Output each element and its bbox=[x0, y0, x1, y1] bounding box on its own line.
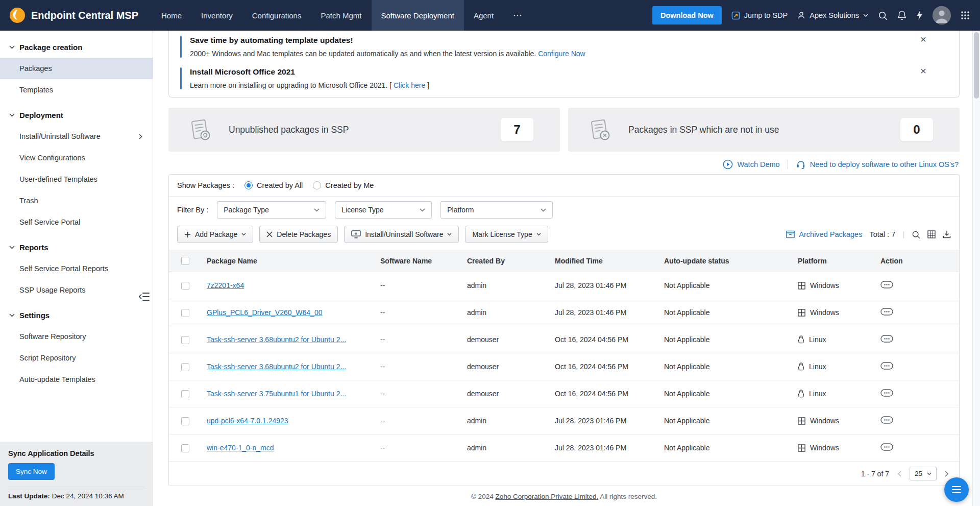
row-checkbox[interactable] bbox=[181, 336, 189, 344]
column-header-package-name[interactable]: Package Name bbox=[202, 250, 375, 272]
column-header-platform[interactable]: Platform bbox=[793, 250, 875, 272]
select-all-checkbox[interactable] bbox=[181, 257, 189, 265]
account-menu[interactable]: Apex Solutions bbox=[797, 11, 868, 19]
next-page-icon[interactable] bbox=[943, 469, 951, 479]
package-name-link[interactable]: GPlus_PCL6_Driver_V260_W64_00 bbox=[207, 308, 322, 317]
delete-packages-button[interactable]: Delete Packages bbox=[259, 226, 338, 243]
sidebar-item-templates[interactable]: Templates bbox=[0, 79, 153, 101]
sidebar-item-packages[interactable]: Packages bbox=[0, 58, 153, 79]
row-checkbox[interactable] bbox=[181, 309, 189, 317]
table-search-icon[interactable] bbox=[912, 230, 920, 239]
column-header-software-name[interactable]: Software Name bbox=[375, 250, 462, 272]
linux-deploy-help-link[interactable]: Need to deploy software to other Linux O… bbox=[796, 159, 959, 170]
archived-packages-link[interactable]: Archived Packages bbox=[786, 230, 862, 238]
banner-title: Save time by automating template updates… bbox=[190, 36, 585, 45]
chevron-down-icon bbox=[863, 14, 868, 17]
row-checkbox[interactable] bbox=[181, 282, 189, 290]
package-name-link[interactable]: upd-pcl6-x64-7.0.1.24923 bbox=[207, 417, 288, 425]
floating-menu-button[interactable] bbox=[944, 477, 969, 502]
package-name-link[interactable]: Task-ssh-server 3.68ubuntu2 for Ubuntu 2… bbox=[207, 335, 346, 344]
zoho-corporation-link[interactable]: Zoho Corporation Private Limited. bbox=[495, 493, 598, 500]
nav-item-home[interactable]: Home bbox=[152, 0, 191, 31]
search-icon[interactable] bbox=[878, 11, 888, 20]
apps-grid-icon[interactable] bbox=[961, 11, 970, 20]
sidebar-item-script-repository[interactable]: Script Repository bbox=[0, 347, 153, 369]
row-checkbox[interactable] bbox=[181, 444, 189, 452]
nav-item-software-deployment[interactable]: Software Deployment bbox=[372, 0, 464, 31]
previous-page-icon[interactable] bbox=[895, 469, 903, 479]
quick-actions-lightning-icon[interactable] bbox=[916, 10, 923, 20]
radio-created-by-all[interactable]: Created by All bbox=[244, 181, 303, 189]
sidebar-item-install-uninstall-software[interactable]: Install/Uninstall Software bbox=[0, 126, 153, 147]
brand[interactable]: Endpoint Central MSP bbox=[0, 0, 152, 31]
sidebar-item-view-configurations[interactable]: View Configurations bbox=[0, 147, 153, 168]
package-name-link[interactable]: 7z2201-x64 bbox=[207, 281, 244, 290]
notifications-bell-icon[interactable] bbox=[897, 10, 906, 20]
row-actions-button[interactable] bbox=[880, 443, 893, 451]
platform-label: Windows bbox=[810, 281, 839, 290]
row-checkbox[interactable] bbox=[181, 417, 189, 425]
created-by-cell: demouser bbox=[462, 353, 550, 380]
click-here-link[interactable]: Click here bbox=[394, 81, 425, 89]
scrollbar-thumb[interactable] bbox=[974, 32, 979, 99]
configure-now-link[interactable]: Configure Now bbox=[538, 50, 585, 58]
radio-icon[interactable] bbox=[244, 181, 253, 189]
package-name-link[interactable]: win-e470-1_0-n_mcd bbox=[207, 444, 274, 452]
nav-item-configurations[interactable]: Configurations bbox=[242, 0, 311, 31]
row-actions-button[interactable] bbox=[880, 362, 893, 370]
sidebar-item-self-service-portal[interactable]: Self Service Portal bbox=[0, 211, 153, 233]
section-header-settings[interactable]: Settings bbox=[0, 305, 153, 326]
install-uninstall-software-button[interactable]: Install/Uninstall Software bbox=[344, 226, 459, 243]
sidebar-item-trash[interactable]: Trash bbox=[0, 190, 153, 211]
license-type-select[interactable]: License Type bbox=[335, 201, 432, 219]
row-checkbox[interactable] bbox=[181, 390, 189, 398]
package-name-link[interactable]: Task-ssh-server 3.68ubuntu2 for Ubuntu 2… bbox=[207, 363, 346, 371]
sidebar-item-ssp-reports[interactable]: Self Service Portal Reports bbox=[0, 258, 153, 279]
close-icon[interactable]: × bbox=[920, 65, 926, 76]
download-now-button[interactable]: Download Now bbox=[652, 6, 722, 25]
export-download-icon[interactable] bbox=[943, 230, 951, 238]
row-actions-button[interactable] bbox=[880, 308, 893, 316]
mark-license-type-button[interactable]: Mark License Type bbox=[465, 226, 548, 243]
linux-deploy-help-label: Need to deploy software to other Linux O… bbox=[810, 160, 959, 168]
package-type-select[interactable]: Package Type bbox=[217, 201, 326, 219]
close-icon[interactable]: × bbox=[920, 34, 926, 44]
sidebar-item-ssp-usage-reports[interactable]: SSP Usage Reports bbox=[0, 279, 153, 301]
page-size-select[interactable]: 25 bbox=[910, 467, 937, 480]
section-header-package-creation[interactable]: Package creation bbox=[0, 37, 153, 58]
created-by-cell: demouser bbox=[462, 380, 550, 407]
nav-item-patch-mgmt[interactable]: Patch Mgmt bbox=[311, 0, 371, 31]
column-header-created-by[interactable]: Created By bbox=[462, 250, 550, 272]
nav-item-agent[interactable]: Agent bbox=[464, 0, 503, 31]
linux-penguin-icon bbox=[798, 335, 804, 344]
nav-item-inventory[interactable]: Inventory bbox=[191, 0, 242, 31]
quick-links-row: Watch Demo Need to deploy software to ot… bbox=[169, 159, 959, 170]
page-scrollbar[interactable] bbox=[972, 31, 980, 506]
sidebar-item-user-defined-templates[interactable]: User-defined Templates bbox=[0, 168, 153, 190]
section-header-reports[interactable]: Reports bbox=[0, 237, 153, 258]
row-actions-button[interactable] bbox=[880, 389, 893, 397]
user-avatar[interactable] bbox=[933, 6, 951, 25]
chevron-down-icon bbox=[241, 233, 246, 236]
row-actions-button[interactable] bbox=[880, 281, 893, 288]
row-actions-button[interactable] bbox=[880, 335, 893, 343]
column-header-auto-update[interactable]: Auto-update status bbox=[659, 250, 793, 272]
platform-select[interactable]: Platform bbox=[440, 201, 553, 219]
sidebar-collapse-icon[interactable] bbox=[139, 292, 150, 301]
radio-created-by-me[interactable]: Created by Me bbox=[313, 181, 374, 189]
sync-now-button[interactable]: Sync Now bbox=[8, 463, 55, 480]
toolbar-row: Add Package Delete Packages Install/Unin… bbox=[169, 223, 959, 250]
watch-demo-link[interactable]: Watch Demo bbox=[723, 159, 779, 170]
sidebar-item-software-repository[interactable]: Software Repository bbox=[0, 326, 153, 347]
package-name-link[interactable]: Task-ssh-server 3.75ubuntu1 for Ubuntu 2… bbox=[207, 390, 346, 398]
radio-icon[interactable] bbox=[313, 181, 321, 189]
jump-to-sdp-link[interactable]: Jump to SDP bbox=[731, 11, 788, 20]
row-checkbox[interactable] bbox=[181, 363, 189, 371]
sidebar-item-auto-update-templates[interactable]: Auto-update Templates bbox=[0, 369, 153, 390]
nav-more-button[interactable]: ⋯ bbox=[503, 0, 533, 31]
column-header-modified-time[interactable]: Modified Time bbox=[550, 250, 659, 272]
section-header-deployment[interactable]: Deployment bbox=[0, 105, 153, 126]
add-package-button[interactable]: Add Package bbox=[177, 226, 253, 243]
row-actions-button[interactable] bbox=[880, 416, 893, 424]
column-chooser-grid-icon[interactable] bbox=[927, 230, 936, 238]
